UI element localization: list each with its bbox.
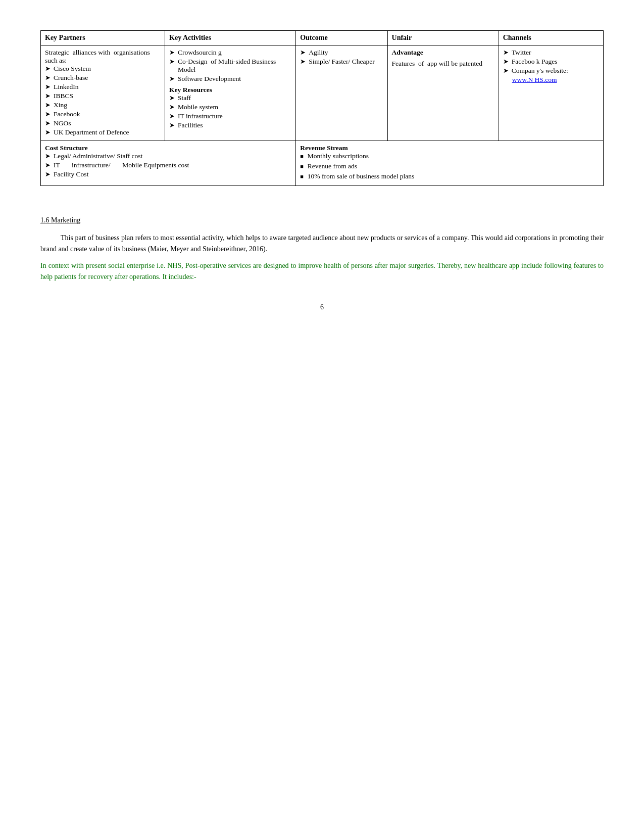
header-key-activities: Key Activities — [165, 31, 296, 45]
key-partners-intro: Strategic alliances with organisations s… — [45, 49, 161, 65]
list-item: ➤Crowdsourcin g — [169, 49, 291, 57]
list-item: ➤Legal/ Administrative/ Staff cost — [45, 152, 291, 160]
list-item: ➤NGOs — [45, 119, 161, 127]
list-item: ➤LinkedIn — [45, 83, 161, 91]
list-item: ➤Simple/ Faster/ Cheaper — [300, 58, 383, 66]
list-item: ■Revenue from ads — [300, 162, 599, 170]
cost-structure-label: Cost Structure — [45, 144, 291, 152]
outcome-cell: ➤Agility ➤Simple/ Faster/ Cheaper — [296, 45, 387, 141]
unfair-advantage-label: Advantage — [392, 49, 494, 57]
list-item: ➤Cisco System — [45, 65, 161, 73]
paragraph-1: This part of business plan refers to mos… — [40, 233, 604, 255]
list-item: ➤Mobile system — [169, 103, 291, 111]
list-item: ➤Facilities — [169, 121, 291, 129]
unfair-advantage-cell: Advantage Features of app will be patent… — [387, 45, 499, 141]
header-channels: Channels — [499, 31, 603, 45]
header-unfair: Unfair — [387, 31, 499, 45]
key-activities-cell: ➤Crowdsourcin g ➤Co-Design of Multi-side… — [165, 45, 296, 141]
list-item: ➤Twitter — [503, 49, 599, 57]
cost-structure-list: ➤Legal/ Administrative/ Staff cost ➤IT i… — [45, 152, 291, 178]
list-item: ➤Facebook — [45, 110, 161, 118]
list-item: ➤Crunch-base — [45, 74, 161, 82]
header-outcome: Outcome — [296, 31, 387, 45]
paragraph-2: In context with present social enterpris… — [40, 260, 604, 283]
list-item: ➤UK Department of Defence — [45, 128, 161, 136]
list-item: ➤Facility Cost — [45, 170, 291, 178]
list-item: ➤Compan y's website: — [503, 67, 599, 75]
list-item: ➤Faceboo k Pages — [503, 58, 599, 66]
list-item: ■10% from sale of business model plans — [300, 172, 599, 180]
channels-list: ➤Twitter ➤Faceboo k Pages ➤Compan y's we… — [503, 49, 599, 84]
list-item: ➤Xing — [45, 101, 161, 109]
page-number: 6 — [40, 303, 604, 311]
list-item: ➤Software Development — [169, 75, 291, 83]
revenue-stream-list: ■Monthly subscriptions ■Revenue from ads… — [300, 152, 599, 180]
unfair-advantage-text: Features of app will be patented — [392, 60, 494, 68]
bmc-table: Key Partners Key Activities Outcome Unfa… — [40, 30, 604, 186]
revenue-stream-cell: Revenue Stream ■Monthly subscriptions ■R… — [296, 141, 604, 186]
cost-structure-cell: Cost Structure ➤Legal/ Administrative/ S… — [41, 141, 296, 186]
header-key-partners: Key Partners — [41, 31, 165, 45]
list-item: www.N HS.com — [503, 76, 599, 84]
key-resources-label: Key Resources — [169, 86, 291, 94]
key-resources-list: ➤Staff ➤Mobile system ➤IT infrastructure… — [169, 94, 291, 129]
website-link[interactable]: www.N HS.com — [512, 76, 557, 84]
list-item: ➤Agility — [300, 49, 383, 57]
list-item: ➤IT infrastructure — [169, 112, 291, 120]
key-partners-cell: Strategic alliances with organisations s… — [41, 45, 165, 141]
list-item: ➤IT infrastructure/ Mobile Equipments co… — [45, 161, 291, 169]
channels-cell: ➤Twitter ➤Faceboo k Pages ➤Compan y's we… — [499, 45, 603, 141]
list-item: ➤IBBCS — [45, 92, 161, 100]
list-item: ■Monthly subscriptions — [300, 152, 599, 160]
list-item: ➤Staff — [169, 94, 291, 102]
outcome-list: ➤Agility ➤Simple/ Faster/ Cheaper — [300, 49, 383, 66]
section-title: 1.6 Marketing — [40, 216, 604, 224]
key-partners-list: ➤Cisco System ➤Crunch-base ➤LinkedIn ➤IB… — [45, 65, 161, 136]
key-activities-list: ➤Crowdsourcin g ➤Co-Design of Multi-side… — [169, 49, 291, 83]
list-item: ➤Co-Design of Multi-sided Business Model — [169, 58, 291, 74]
revenue-stream-label: Revenue Stream — [300, 144, 599, 152]
